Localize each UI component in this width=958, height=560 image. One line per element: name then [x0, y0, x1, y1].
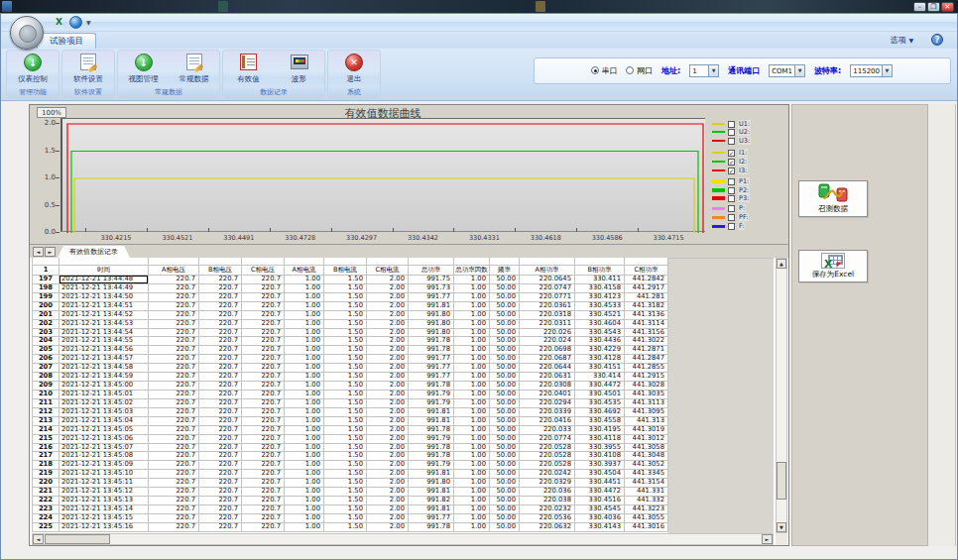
radio-network[interactable]: 网口 — [626, 65, 653, 76]
data-cell[interactable]: 220.7 — [242, 435, 285, 444]
data-cell[interactable]: 220.7 — [242, 293, 285, 302]
data-cell[interactable]: 1.00 — [454, 320, 490, 329]
data-cell[interactable]: 2021-12-21 13:44:50 — [60, 293, 149, 302]
data-cell[interactable]: 220.7 — [149, 276, 199, 284]
data-cell[interactable]: 1.00 — [285, 399, 324, 408]
row-number-cell[interactable]: 204 — [32, 337, 60, 346]
data-cell[interactable]: 2.00 — [367, 497, 409, 505]
data-cell[interactable]: 1.50 — [324, 505, 367, 514]
data-cell[interactable]: 1.50 — [324, 337, 367, 346]
data-cell[interactable]: 220.038 — [520, 497, 575, 505]
data-cell[interactable]: 50.00 — [490, 426, 520, 435]
table-row[interactable]: 2242021-12-21 13:45:15220.7220.7220.71.0… — [32, 514, 668, 523]
data-cell[interactable]: 1.00 — [285, 320, 324, 329]
data-cell[interactable]: 330.3955 — [575, 444, 625, 453]
data-cell[interactable]: 1.50 — [324, 452, 367, 461]
data-cell[interactable]: 330.4128 — [575, 355, 625, 364]
data-cell[interactable]: 1.00 — [454, 373, 490, 382]
data-cell[interactable]: 220.7 — [199, 435, 242, 444]
scroll-down-icon[interactable]: ▼ — [777, 522, 786, 532]
scroll-up-icon[interactable]: ▲ — [777, 259, 786, 269]
legend-checkbox[interactable] — [728, 195, 735, 202]
data-cell[interactable]: 991.80 — [409, 311, 454, 320]
data-cell[interactable]: 2.00 — [367, 337, 409, 346]
data-cell[interactable]: 1.00 — [285, 444, 324, 453]
data-cell[interactable]: 220.7 — [149, 320, 199, 329]
data-cell[interactable]: 220.7 — [242, 444, 285, 453]
data-cell[interactable]: 330.411 — [575, 276, 625, 284]
legend-checkbox[interactable] — [728, 187, 735, 194]
data-cell[interactable]: 1.50 — [324, 373, 367, 382]
data-cell[interactable]: 220.7 — [199, 391, 242, 399]
data-cell[interactable]: 220.7 — [242, 337, 285, 346]
data-cell[interactable]: 220.7 — [242, 426, 285, 435]
data-cell[interactable]: 2021-12-21 13:44:54 — [60, 329, 149, 338]
row-number-cell[interactable]: 197 — [32, 276, 60, 284]
data-cell[interactable]: 220.7 — [242, 470, 285, 479]
data-cell[interactable]: 1.00 — [454, 444, 490, 453]
table-row[interactable]: 2212021-12-21 13:45:12220.7220.7220.71.0… — [32, 488, 668, 497]
data-cell[interactable]: 2.00 — [367, 408, 409, 417]
data-cell[interactable]: 50.00 — [490, 284, 520, 293]
data-cell[interactable]: 1.00 — [454, 399, 490, 408]
data-cell[interactable]: 1.00 — [285, 514, 324, 523]
data-cell[interactable]: 2021-12-21 13:44:49 — [60, 284, 149, 293]
help-icon[interactable]: ? — [931, 34, 943, 46]
data-cell[interactable]: 2.00 — [367, 444, 409, 453]
data-cell[interactable]: 441.3019 — [625, 426, 668, 435]
data-cell[interactable]: 220.7 — [149, 417, 199, 426]
row-number-cell[interactable]: 199 — [32, 293, 60, 302]
data-cell[interactable]: 220.7 — [149, 382, 199, 391]
retrieve-data-button[interactable]: 召测数据 — [798, 180, 868, 217]
data-cell[interactable]: 220.7 — [242, 408, 285, 417]
data-cell[interactable]: 220.7 — [242, 461, 285, 470]
data-cell[interactable]: 1.00 — [285, 497, 324, 505]
data-cell[interactable]: 2021-12-21 13:45:03 — [60, 408, 149, 417]
radio-serial-icon[interactable] — [591, 66, 599, 74]
scroll-left-icon[interactable]: ◄ — [33, 534, 44, 544]
data-cell[interactable]: 330.4195 — [575, 426, 625, 435]
data-cell[interactable]: 330.4436 — [575, 337, 625, 346]
data-cell[interactable]: 220.7 — [149, 479, 199, 488]
data-cell[interactable]: 2021-12-21 13:45:11 — [60, 479, 149, 488]
data-cell[interactable]: 991.78 — [409, 346, 454, 355]
data-cell[interactable]: 1.50 — [324, 497, 367, 505]
data-cell[interactable]: 441.3028 — [625, 382, 668, 391]
table-row[interactable]: 1982021-12-21 13:44:49220.7220.7220.71.0… — [32, 284, 668, 293]
data-cell[interactable]: 50.00 — [490, 497, 520, 505]
data-cell[interactable]: 220.7 — [149, 488, 199, 497]
horizontal-scrollbar[interactable]: ◄ ► — [32, 533, 774, 545]
data-cell[interactable]: 220.7 — [149, 426, 199, 435]
data-cell[interactable]: 1.00 — [454, 302, 490, 311]
data-cell[interactable]: 991.78 — [409, 452, 454, 461]
data-cell[interactable]: 220.7 — [242, 479, 285, 488]
data-cell[interactable]: 2021-12-21 13:45:05 — [60, 426, 149, 435]
data-cell[interactable]: 330.4504 — [575, 470, 625, 479]
data-cell[interactable]: 330.4543 — [575, 329, 625, 338]
data-cell[interactable]: 1.50 — [324, 355, 367, 364]
data-cell[interactable]: 220.7 — [149, 293, 199, 302]
data-cell[interactable]: 220.7 — [199, 514, 242, 523]
data-cell[interactable]: 441.3223 — [625, 505, 668, 514]
data-cell[interactable]: 220.7 — [199, 505, 242, 514]
data-cell[interactable]: 2021-12-21 13:45:04 — [60, 417, 149, 426]
row-number-cell[interactable]: 205 — [32, 346, 60, 355]
data-cell[interactable]: 1.00 — [285, 479, 324, 488]
data-cell[interactable]: 220.0632 — [520, 523, 575, 532]
data-cell[interactable]: 220.7 — [149, 497, 199, 505]
data-cell[interactable]: 991.80 — [409, 479, 454, 488]
table-row[interactable]: 2052021-12-21 13:44:56220.7220.7220.71.0… — [32, 346, 668, 355]
data-cell[interactable]: 220.7 — [242, 364, 285, 373]
column-header-8[interactable]: 总功率 — [409, 266, 454, 276]
data-cell[interactable]: 50.00 — [490, 320, 520, 329]
data-cell[interactable]: 220.0644 — [520, 364, 575, 373]
row-number-cell[interactable]: 198 — [32, 284, 60, 293]
data-cell[interactable]: 1.00 — [454, 523, 490, 532]
excel-quick-icon[interactable]: X — [53, 16, 65, 29]
data-cell[interactable]: 1.00 — [454, 276, 490, 284]
sheet-nav-left-icon[interactable]: ◄ — [33, 247, 44, 257]
data-cell[interactable]: 50.00 — [490, 302, 520, 311]
data-cell[interactable]: 220.7 — [149, 337, 199, 346]
data-cell[interactable]: 2021-12-21 13:44:57 — [60, 355, 149, 364]
table-row[interactable]: 2232021-12-21 13:45:14220.7220.7220.71.0… — [32, 505, 668, 514]
